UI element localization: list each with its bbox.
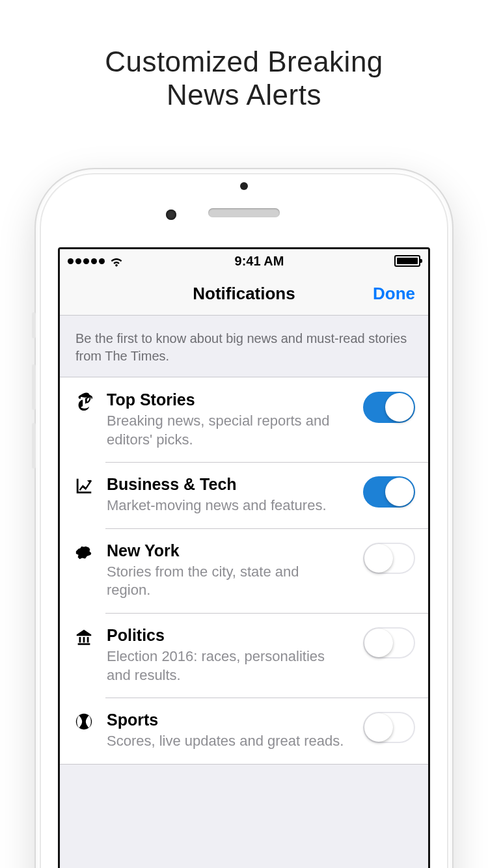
toggle-sports[interactable] [363,712,415,743]
ny-state-icon [73,541,95,562]
promo-line1: Customized Breaking [105,46,383,77]
status-right [394,255,420,267]
content-scroll[interactable]: Be the first to know about big news and … [60,316,428,868]
front-camera [166,210,176,220]
wifi-icon [109,255,124,267]
row-business-tech: Business & Tech Market-moving news and f… [60,462,428,528]
section-header: Be the first to know about big news and … [60,316,428,377]
status-left [68,255,124,267]
volume-up-button [32,364,36,410]
notification-categories-list: Top Stories Breaking news, special repor… [60,377,428,765]
page-title: Notifications [193,284,295,304]
row-sports: Sports Scores, live updates and great re… [60,698,428,764]
row-new-york: New York Stories from the city, state an… [60,528,428,613]
volume-down-button [32,423,36,468]
nav-bar: Notifications Done [60,273,428,316]
row-desc: Stories from the city, state and region. [107,563,345,600]
earpiece-speaker [208,208,280,217]
toggle-new-york[interactable] [363,543,415,574]
row-title: Top Stories [107,390,345,409]
gov-building-icon [73,626,95,647]
promo-title: Customized Breaking News Alerts [0,46,488,111]
row-desc: Market-moving news and features. [107,496,345,515]
cellular-signal-icon [68,258,105,264]
promo-line2: News Alerts [167,79,321,111]
battery-icon [394,255,420,267]
mute-switch [32,312,36,338]
phone-frame: 9:41 AM Notifications Done Be the first … [36,169,452,868]
row-title: Business & Tech [107,475,345,494]
row-top-stories: Top Stories Breaking news, special repor… [60,377,428,462]
row-politics: Politics Election 2016: races, personali… [60,613,428,698]
status-time: 9:41 AM [235,254,284,269]
nyt-t-icon [73,390,95,411]
toggle-politics[interactable] [363,627,415,658]
row-title: New York [107,541,345,560]
chart-up-icon [73,475,95,496]
row-desc: Breaking news, special reports and edito… [107,412,345,449]
toggle-top-stories[interactable] [363,392,415,423]
row-desc: Election 2016: races, personalities and … [107,647,345,685]
baseball-icon [73,711,95,731]
top-mic-dot [240,182,248,190]
row-title: Sports [107,711,345,729]
done-button[interactable]: Done [373,284,415,304]
row-desc: Scores, live updates and great reads. [107,732,345,751]
row-title: Politics [107,626,345,645]
phone-screen: 9:41 AM Notifications Done Be the first … [58,247,430,868]
toggle-business-tech[interactable] [363,476,415,508]
status-bar: 9:41 AM [60,249,428,273]
